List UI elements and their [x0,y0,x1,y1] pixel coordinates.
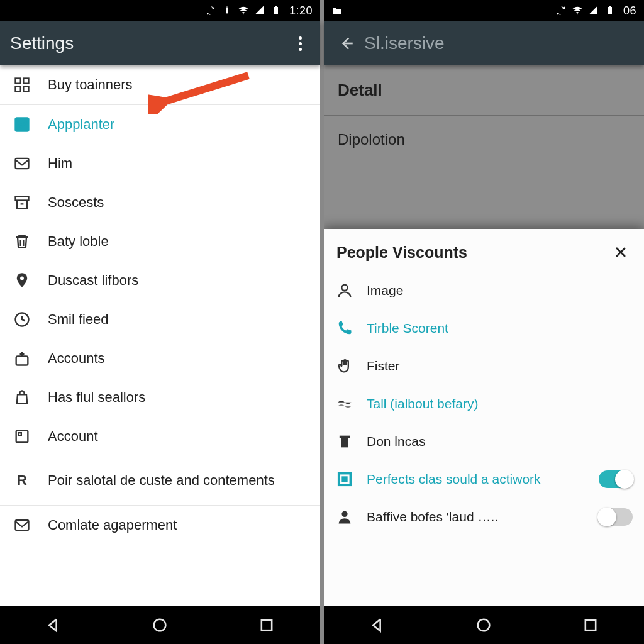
settings-item-label: Baty loble [48,233,309,250]
action-bar: Sl.isersive [324,21,644,65]
sheet-item[interactable]: Tirble Scorent [324,309,644,347]
clock-icon [11,309,33,330]
settings-item-label: Has flul seallors [48,389,309,406]
status-clock: 1:20 [289,4,313,18]
nav-recent-button[interactable] [569,613,613,638]
settings-item[interactable]: Soscests [0,183,320,222]
sheet-item-label: Don lncas [367,433,633,450]
person-icon [335,280,354,301]
archive-icon [11,192,33,213]
envelope-icon [11,514,33,536]
settings-item-label: Him [48,155,309,172]
page-title: Settings [10,33,290,53]
nav-back-button[interactable] [355,613,399,638]
plus-box-icon [11,348,33,369]
settings-item-label: Soscests [48,194,309,211]
sheet-item-label: Tirble Scorent [367,320,633,336]
battery-icon [604,5,616,16]
sheet-item[interactable]: Image [324,272,644,309]
hand-icon [335,355,354,377]
sheet-item[interactable]: Don lncas [324,423,644,460]
navigation-bar [324,606,644,644]
grid-icon [11,74,33,96]
settings-item[interactable]: Has flul seallors [0,378,320,417]
overflow-menu-button[interactable] [290,31,310,56]
layers-icon [335,393,354,414]
sheet-item-label: Fister [367,358,633,374]
right-screenshot: 06 Sl.isersive Detall Dipolotion People … [324,0,644,644]
user-solid-icon [335,506,354,528]
sheet-item[interactable]: Perfects clas sould a actiwork [324,460,644,498]
settings-item-label: Comlate agaperment [48,516,309,534]
settings-item[interactable]: Account [0,417,320,456]
cell-signal-icon [254,5,265,16]
settings-item[interactable]: Smil fieed [0,300,320,339]
sheet-item[interactable]: Tall (ialbout befary) [324,385,644,423]
settings-item[interactable]: Duscast lifbors [0,261,320,300]
toggle-switch[interactable] [599,470,633,488]
frame-icon [335,469,354,490]
plug-icon [221,5,233,16]
sync-icon [555,5,567,16]
bag-icon [11,387,33,408]
close-button[interactable] [610,242,631,263]
sheet-item[interactable]: Baffive bofes 'laud ….. [324,498,644,536]
status-bar: 06 [324,0,644,21]
bottom-sheet: People Viscounts ImageTirble ScorentFist… [324,229,644,606]
settings-item[interactable]: Him [0,144,320,183]
settings-item-label: Account [48,428,309,445]
action-bar: Settings [0,21,320,65]
nav-back-button[interactable] [31,613,75,638]
bin-icon [335,431,354,452]
sheet-title: People Viscounts [336,243,610,262]
cell-signal-icon [588,5,599,16]
status-clock: 06 [623,4,636,18]
left-screenshot: 1:20 Settings Buy toainnersAppplanterHim… [0,0,320,644]
wifi-icon [572,5,583,16]
section-header: Detall [324,65,644,116]
trash-icon [11,231,33,252]
phone-icon [335,318,354,339]
settings-item[interactable]: Buy toainners [0,65,320,104]
pin-icon [11,270,33,291]
back-button[interactable] [334,31,359,56]
sheet-item[interactable]: Fister [324,347,644,385]
sheet-item-label: Image [367,282,633,299]
navigation-bar [0,606,320,644]
nav-recent-button[interactable] [245,613,289,638]
check-box-icon [11,114,33,135]
settings-item[interactable]: Appplanter [0,105,320,144]
list-item[interactable]: Dipolotion [324,116,644,164]
settings-list: Buy toainnersAppplanterHimSoscestsBaty l… [0,65,320,606]
detail-screen: Detall Dipolotion People Viscounts Image… [324,65,644,606]
status-bar: 1:20 [0,0,320,21]
settings-item-label: Poir salotal de custe and contements [48,472,309,489]
letter-r-icon: R [11,470,33,491]
settings-item-label: Duscast lifbors [48,272,309,289]
battery-icon [270,5,282,16]
page-title: Sl.isersive [364,33,634,53]
settings-item[interactable]: Accounts [0,339,320,378]
toggle-switch[interactable] [599,508,633,526]
sheet-item-label: Tall (ialbout befary) [367,396,633,412]
square-icon [11,426,33,447]
settings-item[interactable]: Baty loble [0,222,320,261]
settings-item-label: Appplanter [48,116,309,133]
settings-item-label: Accounts [48,350,309,367]
settings-item-label: Smil fieed [48,311,309,328]
nav-home-button[interactable] [138,613,182,638]
sheet-item-label: Baffive bofes 'laud ….. [367,509,599,525]
settings-item[interactable]: Comlate agaperment [0,506,320,545]
settings-item-label: Buy toainners [48,76,309,94]
mail-x-icon [11,153,33,174]
sync-icon [205,5,216,16]
wifi-icon [238,5,249,16]
folder-icon [331,5,343,16]
settings-item[interactable]: RPoir salotal de custe and contements [0,456,320,505]
sheet-item-label: Perfects clas sould a actiwork [367,471,599,487]
nav-home-button[interactable] [462,613,506,638]
